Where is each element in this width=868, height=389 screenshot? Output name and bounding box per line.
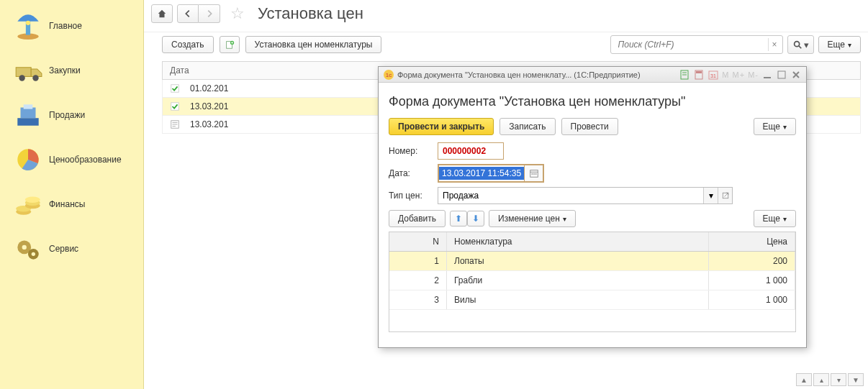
search-input[interactable]	[617, 39, 768, 50]
number-label: Номер:	[389, 146, 432, 156]
sidebar-item-label: Финансы	[49, 199, 85, 209]
back-button[interactable]	[177, 4, 199, 23]
footer-controls: ▲ ▴ ▾ ▼	[796, 373, 864, 386]
svg-point-42	[535, 173, 536, 175]
svg-point-4	[19, 75, 24, 81]
grid-row[interactable]: 3 Вилы 1 000	[389, 290, 795, 310]
move-up-button[interactable]: ⬆	[450, 211, 467, 226]
svg-point-21	[794, 42, 799, 47]
sidebar-item-label: Закупки	[49, 65, 81, 75]
price-type-input[interactable]	[438, 188, 703, 203]
sidebar-item-pricing[interactable]: Ценообразование	[0, 137, 143, 182]
svg-rect-36	[764, 77, 771, 78]
svg-point-2	[26, 21, 30, 25]
priceset-button[interactable]: Установка цен номенклатуры	[245, 36, 382, 53]
main-toolbar: Создать Установка цен номенклатуры × ▾ Е…	[144, 32, 868, 61]
cell-price: 1 000	[709, 271, 795, 290]
draft-icon	[170, 119, 184, 129]
calendar-icon[interactable]: 31	[707, 69, 719, 81]
post-button[interactable]: Провести	[561, 118, 618, 135]
grid-more-button[interactable]: Еще	[754, 210, 796, 227]
calculator-icon[interactable]	[693, 69, 705, 81]
home-button[interactable]	[151, 4, 173, 23]
grid-header-n[interactable]: N	[389, 232, 447, 251]
row-date: 13.03.201	[190, 101, 228, 111]
cell-price: 1 000	[709, 290, 795, 309]
sidebar-item-finance[interactable]: Финансы	[0, 182, 143, 226]
grid-toolbar: Добавить ⬆ ⬇ Изменение цен Еще	[389, 210, 796, 227]
number-input[interactable]	[438, 142, 504, 160]
document-form-dialog: 1c Форма документа "Установка цен номенк…	[378, 66, 807, 348]
favorites-icon[interactable]	[679, 69, 690, 81]
cell-name: Вилы	[447, 290, 709, 309]
close-icon[interactable]	[790, 69, 802, 81]
svg-rect-7	[21, 108, 36, 119]
svg-rect-24	[171, 103, 179, 111]
memory-buttons: M M+ M-	[722, 70, 759, 79]
sidebar-item-label: Сервис	[49, 244, 78, 254]
maximize-icon[interactable]	[776, 69, 787, 81]
search-box[interactable]: ×	[610, 35, 783, 54]
dialog-titlebar[interactable]: 1c Форма документа "Установка цен номенк…	[379, 67, 806, 83]
cell-n: 1	[389, 252, 447, 270]
sidebar-item-sales[interactable]: Продажи	[0, 93, 143, 137]
sidebar-item-label: Продажи	[49, 110, 85, 120]
date-input[interactable]: 13.03.2017 11:54:35	[439, 167, 524, 180]
calendar-picker-icon[interactable]	[524, 165, 543, 181]
clear-search-icon[interactable]: ×	[768, 38, 781, 51]
type-label: Тип цен:	[389, 191, 432, 201]
scroll-bottom-button[interactable]: ▼	[848, 373, 864, 386]
svg-rect-23	[171, 85, 179, 93]
svg-point-5	[32, 75, 38, 81]
page-title: Установка цен	[258, 4, 363, 23]
open-ref-icon[interactable]	[718, 188, 732, 203]
scroll-top-button[interactable]: ▲	[796, 373, 812, 386]
add-row-button[interactable]: Добавить	[389, 210, 446, 227]
minimize-icon[interactable]	[761, 69, 773, 81]
copy-button[interactable]	[220, 36, 240, 53]
favorite-star-icon[interactable]: ☆	[230, 4, 245, 23]
number-field-row: Номер:	[389, 142, 796, 160]
create-button[interactable]: Создать	[162, 36, 214, 53]
svg-point-40	[531, 173, 533, 175]
cell-name: Лопаты	[447, 252, 709, 270]
grid-header-name[interactable]: Номенклатура	[447, 232, 709, 251]
grid-header-price[interactable]: Цена	[709, 232, 795, 251]
price-type-row: Тип цен: ▾	[389, 187, 796, 204]
grid-row[interactable]: 2 Грабли 1 000	[389, 271, 795, 290]
svg-rect-6	[17, 118, 38, 126]
cell-price: 200	[709, 252, 795, 270]
post-and-close-button[interactable]: Провести и закрыть	[389, 118, 494, 135]
dropdown-icon[interactable]: ▾	[703, 188, 718, 203]
cash-register-icon	[13, 100, 43, 130]
posted-icon	[170, 83, 184, 93]
svg-rect-33	[696, 71, 702, 73]
svg-rect-37	[778, 71, 785, 78]
sidebar-item-purchases[interactable]: Закупки	[0, 48, 143, 93]
more-button[interactable]: Еще	[818, 36, 861, 53]
svg-rect-3	[16, 68, 31, 77]
lamp-icon	[13, 11, 43, 41]
change-prices-button[interactable]: Изменение цен	[489, 210, 576, 227]
move-down-button[interactable]: ⬇	[467, 211, 484, 226]
forward-button[interactable]	[199, 4, 220, 23]
date-field-row: Дата: 13.03.2017 11:54:35	[389, 164, 796, 183]
grid-row[interactable]: 1 Лопаты 200	[389, 252, 795, 271]
sidebar-item-main[interactable]: Главное	[0, 4, 143, 48]
scroll-down-button[interactable]: ▾	[831, 373, 846, 386]
posted-icon	[170, 101, 184, 111]
coins-icon	[13, 189, 43, 219]
search-button[interactable]: ▾	[787, 35, 814, 54]
dialog-toolbar: Провести и закрыть Записать Провести Еще	[389, 118, 796, 135]
date-label: Дата:	[389, 168, 432, 178]
sidebar-item-label: Главное	[49, 21, 82, 31]
save-button[interactable]: Записать	[499, 118, 555, 135]
main-area: ☆ Установка цен Создать Установка цен но…	[144, 0, 868, 389]
svg-rect-8	[24, 104, 33, 109]
svg-line-22	[798, 46, 801, 49]
scroll-up-button[interactable]: ▴	[813, 373, 829, 386]
cell-n: 2	[389, 271, 447, 290]
dialog-more-button[interactable]: Еще	[754, 118, 796, 135]
sidebar-item-service[interactable]: Сервис	[0, 226, 143, 271]
svg-point-14	[25, 197, 40, 203]
